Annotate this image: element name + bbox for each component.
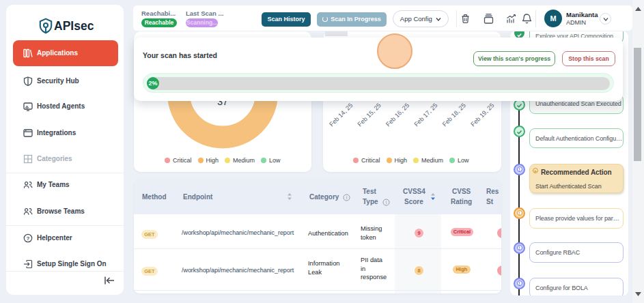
svg-text:Feb 17, 25: Feb 17, 25 xyxy=(412,102,438,128)
svg-text:i: i xyxy=(386,200,387,205)
svg-text:?: ? xyxy=(27,235,30,242)
svg-text:Feb 15, 25: Feb 15, 25 xyxy=(356,102,382,128)
svg-text:Feb 19, 25: Feb 19, 25 xyxy=(469,102,495,128)
svg-text:i: i xyxy=(346,195,348,200)
svg-text:Feb 16, 25: Feb 16, 25 xyxy=(384,102,410,128)
svg-text:Feb 14, 25: Feb 14, 25 xyxy=(328,102,354,128)
svg-text:Feb 18, 25: Feb 18, 25 xyxy=(441,102,467,128)
